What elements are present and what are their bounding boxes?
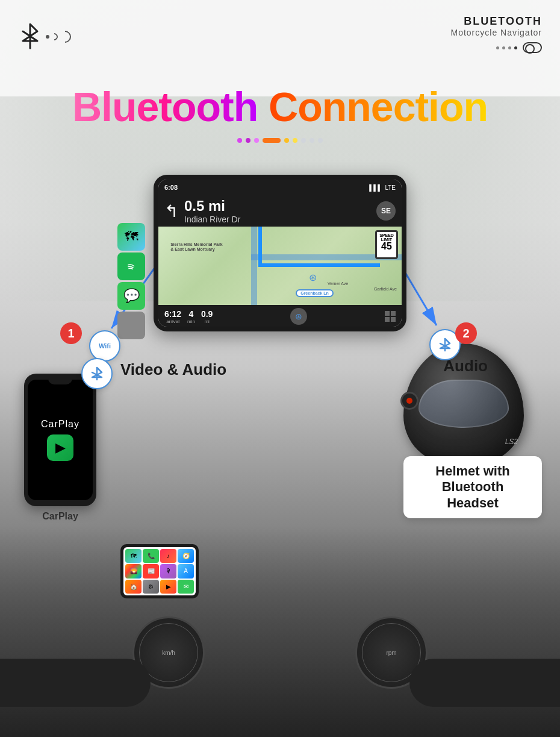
- main-title: Bluetooth Connection: [0, 84, 560, 130]
- carplay-label: CarPlay: [42, 511, 78, 522]
- hs-photos: 🌄: [125, 564, 142, 578]
- hs-safari: 🧭: [178, 549, 194, 563]
- carplay-logo-text: CarPlay: [41, 419, 79, 430]
- route-line-h: [258, 263, 380, 267]
- wave-arc-large: [57, 28, 73, 45]
- title-dot-6: [301, 138, 306, 143]
- header-dots: [451, 42, 543, 53]
- title-dot-2: [246, 138, 250, 143]
- title-dot-7: [310, 138, 314, 143]
- place-label-garfield: Garfield Ave: [374, 287, 397, 291]
- title-dot-4: [284, 138, 289, 143]
- compass-button[interactable]: SE: [376, 201, 396, 221]
- title-dot-1: [237, 138, 242, 143]
- badge-number-2: 2: [455, 322, 477, 344]
- video-audio-label: Video & Audio: [120, 360, 226, 379]
- hs-autoplay: ▶: [160, 580, 176, 594]
- hs-podcasts: 🎙: [160, 564, 176, 578]
- hs-phone: 📞: [143, 549, 159, 563]
- motorcycle-dashboard: km/h rpm 🗺 📞 ♪ 🧭 🌄 📰 🎙 A 🏠 ⚙ ▶ ✉: [0, 526, 560, 737]
- wifi-text: Wifi: [99, 342, 111, 350]
- device-frame: 6:08 ▌▌▌ LTE ↰ 0.5 mi Indian River Dr SE: [154, 175, 406, 331]
- nav-signal: ▌▌▌ LTE: [369, 184, 396, 191]
- helmet-speaker-dot: [406, 398, 412, 404]
- eta-info: 6:12 arrival 4 min 0.9 mi: [164, 309, 213, 324]
- helmet-visor: [418, 380, 509, 428]
- wave-arc-small: [49, 32, 60, 42]
- nav-time: 6:08: [164, 184, 178, 191]
- signal-waves: [46, 31, 71, 43]
- model-name: Motorcycle Navigator: [451, 28, 543, 37]
- signal-bars: ▌▌▌: [369, 184, 382, 191]
- title-dot-3: [254, 138, 259, 143]
- nav-status-bar: 6:08 ▌▌▌ LTE: [158, 180, 402, 195]
- audio-label: Audio: [443, 357, 488, 375]
- map-road-vertical: [251, 227, 257, 305]
- device-screen: 6:08 ▌▌▌ LTE ↰ 0.5 mi Indian River Dr SE: [158, 180, 402, 327]
- bluetooth-header-icon: [18, 21, 71, 51]
- spotify-app-icon: [117, 252, 145, 280]
- distance-display: 0.5 mi: [184, 198, 240, 215]
- navigator-device: 6:08 ▌▌▌ LTE ↰ 0.5 mi Indian River Dr SE: [154, 175, 406, 331]
- carplay-section: CarPlay ▶ CarPlay: [24, 374, 96, 522]
- current-location-button[interactable]: ⊛: [290, 308, 307, 325]
- nav-direction-bar: ↰ 0.5 mi Indian River Dr SE: [158, 195, 402, 227]
- nav-distance-info: 0.5 mi Indian River Dr: [184, 198, 240, 224]
- handlebar-right: [409, 659, 560, 707]
- handlebar-left: [0, 659, 151, 707]
- brand-name: BLUETOOTH: [451, 15, 543, 28]
- badge-number-1: 1: [60, 322, 82, 344]
- hs-news: 📰: [143, 564, 159, 578]
- title-dot-5: [293, 138, 297, 143]
- device-left-apps: 🗺 💬: [117, 223, 148, 339]
- handlebar-screen: 🗺 📞 ♪ 🧭 🌄 📰 🎙 A 🏠 ⚙ ▶ ✉: [123, 547, 196, 595]
- title-word-connection: Connection: [269, 84, 488, 130]
- title-word-bluetooth: Bluetooth: [72, 84, 258, 130]
- place-label-verner: Verner Ave: [328, 281, 348, 286]
- phone-frame: CarPlay ▶: [24, 374, 96, 506]
- carplay-app-icon: ▶: [47, 434, 73, 461]
- helmet-label-line2: Bluetooth Headset: [414, 479, 531, 511]
- handlebar-device-frame: 🗺 📞 ♪ 🧭 🌄 📰 🎙 A 🏠 ⚙ ▶ ✉: [120, 544, 199, 598]
- eta-minutes: 4 min: [187, 309, 195, 324]
- dot-2: [502, 46, 505, 49]
- maps-app-icon: 🗺: [117, 223, 145, 251]
- hs-maps: 🗺: [125, 549, 142, 563]
- title-decorative-dots: [0, 138, 560, 143]
- helmet-speaker: [400, 392, 418, 410]
- street-name: Indian River Dr: [184, 215, 240, 224]
- phone-screen: CarPlay ▶: [28, 380, 93, 500]
- eta-time: 6:12 arrival: [164, 309, 181, 324]
- helmet-label-line1: Helmet with: [414, 463, 531, 479]
- dot-3: [508, 46, 511, 49]
- nav-pin: ⊛: [309, 272, 317, 283]
- turn-arrow-icon: ↰: [164, 201, 178, 221]
- nav-footer: 6:12 arrival 4 min 0.9 mi ⊛: [158, 305, 402, 327]
- bluetooth-circle-left: [81, 358, 113, 389]
- helmet-brand-mark: LS2: [505, 437, 518, 446]
- lte-label: LTE: [385, 184, 396, 191]
- wave-dot: [46, 35, 49, 39]
- hs-music: ♪: [160, 549, 176, 563]
- place-label-1: Sierra Hills Memorial Park & East Lawn M…: [170, 242, 225, 252]
- hs-home: 🏠: [125, 580, 142, 594]
- speed-limit-label: SPEED LIMIT: [377, 233, 396, 242]
- speed-limit-number: 45: [377, 242, 396, 251]
- title-dot-bar: [263, 138, 281, 143]
- hs-messages: ✉: [178, 580, 194, 594]
- hs-appstore: A: [178, 564, 194, 578]
- nav-grid-icon: [385, 311, 396, 322]
- greenback-badge: Greenback Ln: [296, 289, 334, 297]
- grid-app-icon: [117, 312, 145, 339]
- toggle-icon[interactable]: [523, 42, 542, 53]
- messages-app-icon: 💬: [117, 282, 145, 310]
- phone-notch: [48, 374, 72, 384]
- speed-limit-sign: SPEED LIMIT 45: [375, 230, 398, 259]
- header: BLUETOOTH Motorcycle Navigator: [0, 0, 560, 78]
- handlebar-device: 🗺 📞 ♪ 🧭 🌄 📰 🎙 A 🏠 ⚙ ▶ ✉: [120, 544, 199, 604]
- map-area: SPEED LIMIT 45 Sierra Hills Memorial Par…: [158, 227, 402, 305]
- helmet-label-box: Helmet with Bluetooth Headset: [403, 456, 542, 518]
- dot-4-active: [514, 46, 517, 49]
- title-section: Bluetooth Connection: [0, 84, 560, 143]
- eta-distance: 0.9 mi: [201, 309, 213, 324]
